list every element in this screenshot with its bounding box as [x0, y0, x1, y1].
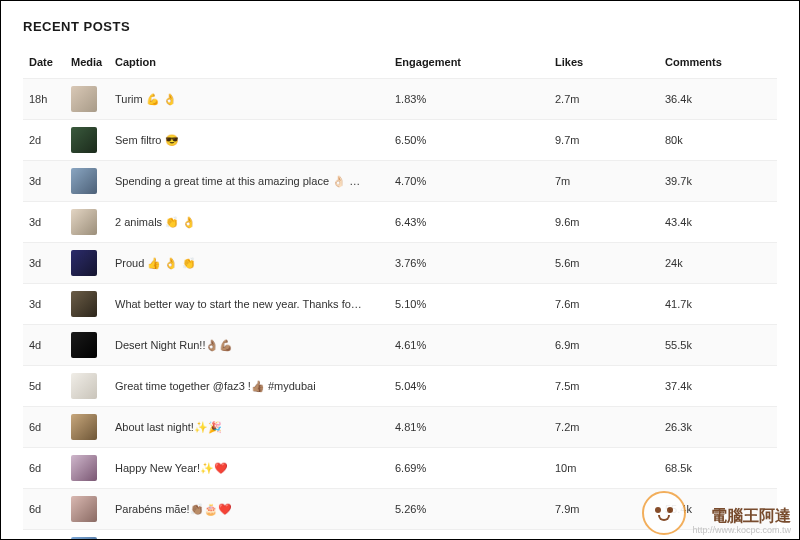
thumbnail[interactable]	[71, 250, 97, 276]
cell-likes: 7m	[549, 161, 659, 202]
table-row[interactable]: 3dSpending a great time at this amazing …	[23, 161, 777, 202]
cell-caption: Proud 👍 👌 👏	[109, 243, 389, 284]
cell-media[interactable]	[65, 448, 109, 489]
cell-date: 3d	[23, 243, 65, 284]
thumbnail[interactable]	[71, 496, 97, 522]
cell-date: 5d	[23, 366, 65, 407]
cell-engagement: 4.61%	[389, 325, 549, 366]
thumbnail[interactable]	[71, 373, 97, 399]
cell-media[interactable]	[65, 530, 109, 541]
cell-comments: 43.4k	[659, 202, 777, 243]
cell-likes: 9.7m	[549, 120, 659, 161]
cell-engagement: 1.83%	[389, 79, 549, 120]
cell-comments: 26.3k	[659, 407, 777, 448]
cell-likes: 2.7m	[549, 79, 659, 120]
cell-likes: 7.2m	[549, 407, 659, 448]
cell-date: 2d	[23, 120, 65, 161]
watermark: 電腦王阿達 http://www.kocpc.com.tw	[642, 491, 791, 535]
table-row[interactable]: 6dHappy New Year!✨❤️6.69%10m68.5k	[23, 448, 777, 489]
cell-caption: Amore mio!❤️	[109, 530, 389, 541]
cell-comments: 68.5k	[659, 448, 777, 489]
cell-date: 6d	[23, 448, 65, 489]
cell-media[interactable]	[65, 79, 109, 120]
cell-likes: 7.6m	[549, 284, 659, 325]
thumbnail[interactable]	[71, 168, 97, 194]
cell-caption: Turim 💪 👌	[109, 79, 389, 120]
cell-comments: 80k	[659, 120, 777, 161]
col-date[interactable]: Date	[23, 48, 65, 79]
thumbnail[interactable]	[71, 414, 97, 440]
table-row[interactable]: 3d2 animals 👏 👌6.43%9.6m43.4k	[23, 202, 777, 243]
thumbnail[interactable]	[71, 127, 97, 153]
cell-media[interactable]	[65, 243, 109, 284]
watermark-url: http://www.kocpc.com.tw	[692, 526, 791, 535]
cell-caption: Desert Night Run!!👌🏽💪🏽	[109, 325, 389, 366]
col-engagement[interactable]: Engagement	[389, 48, 549, 79]
thumbnail[interactable]	[71, 209, 97, 235]
cell-engagement: 6.69%	[389, 448, 549, 489]
thumbnail[interactable]	[71, 291, 97, 317]
table-row[interactable]: 4dDesert Night Run!!👌🏽💪🏽4.61%6.9m55.5k	[23, 325, 777, 366]
cell-caption: Parabéns mãe!👏🏽🎂❤️	[109, 489, 389, 530]
cell-date: 6d	[23, 407, 65, 448]
header-row: Date Media Caption Engagement Likes Comm…	[23, 48, 777, 79]
cell-engagement: 7.78%	[389, 530, 549, 541]
cell-engagement: 6.43%	[389, 202, 549, 243]
cell-media[interactable]	[65, 366, 109, 407]
cell-media[interactable]	[65, 489, 109, 530]
cell-date: 3d	[23, 161, 65, 202]
cell-engagement: 3.76%	[389, 243, 549, 284]
cell-date: 4d	[23, 325, 65, 366]
cell-media[interactable]	[65, 120, 109, 161]
cell-caption: What better way to start the new year. T…	[109, 284, 389, 325]
col-comments[interactable]: Comments	[659, 48, 777, 79]
thumbnail[interactable]	[71, 455, 97, 481]
cell-engagement: 4.70%	[389, 161, 549, 202]
cell-media[interactable]	[65, 202, 109, 243]
cell-likes: 5.6m	[549, 243, 659, 284]
table-row[interactable]: 3dProud 👍 👌 👏3.76%5.6m24k	[23, 243, 777, 284]
cell-date: 3d	[23, 284, 65, 325]
cell-likes: 9.6m	[549, 202, 659, 243]
cell-comments: 37.4k	[659, 366, 777, 407]
posts-table: Date Media Caption Engagement Likes Comm…	[23, 48, 777, 540]
cell-media[interactable]	[65, 161, 109, 202]
cell-likes: 6.9m	[549, 325, 659, 366]
cell-engagement: 6.50%	[389, 120, 549, 161]
cell-caption: Spending a great time at this amazing pl…	[109, 161, 389, 202]
table-row[interactable]: 3dWhat better way to start the new year.…	[23, 284, 777, 325]
cell-caption: Happy New Year!✨❤️	[109, 448, 389, 489]
cell-date: 18h	[23, 79, 65, 120]
cell-caption: Great time together @faz3 !👍🏽 #mydubai	[109, 366, 389, 407]
cell-engagement: 5.10%	[389, 284, 549, 325]
cell-likes: 7.5m	[549, 366, 659, 407]
cell-media[interactable]	[65, 325, 109, 366]
section-title: RECENT POSTS	[23, 19, 777, 34]
cell-caption: 2 animals 👏 👌	[109, 202, 389, 243]
cell-comments: 24k	[659, 243, 777, 284]
watermark-text: 電腦王阿達	[692, 508, 791, 524]
cell-comments: 36.4k	[659, 79, 777, 120]
mascot-icon	[642, 491, 686, 535]
table-row[interactable]: 18hTurim 💪 👌1.83%2.7m36.4k	[23, 79, 777, 120]
col-caption[interactable]: Caption	[109, 48, 389, 79]
thumbnail[interactable]	[71, 332, 97, 358]
cell-engagement: 5.04%	[389, 366, 549, 407]
table-row[interactable]: 5dGreat time together @faz3 !👍🏽 #mydubai…	[23, 366, 777, 407]
table-row[interactable]: 2dSem filtro 😎6.50%9.7m80k	[23, 120, 777, 161]
table-row[interactable]: 6dAbout last night!✨🎉4.81%7.2m26.3k	[23, 407, 777, 448]
cell-engagement: 5.26%	[389, 489, 549, 530]
thumbnail[interactable]	[71, 86, 97, 112]
cell-media[interactable]	[65, 407, 109, 448]
cell-date: 7d	[23, 530, 65, 541]
col-media[interactable]: Media	[65, 48, 109, 79]
col-likes[interactable]: Likes	[549, 48, 659, 79]
cell-comments: 55.5k	[659, 325, 777, 366]
cell-caption: Sem filtro 😎	[109, 120, 389, 161]
cell-comments: 41.7k	[659, 284, 777, 325]
cell-media[interactable]	[65, 284, 109, 325]
cell-date: 3d	[23, 202, 65, 243]
cell-caption: About last night!✨🎉	[109, 407, 389, 448]
cell-comments: 39.7k	[659, 161, 777, 202]
cell-engagement: 4.81%	[389, 407, 549, 448]
